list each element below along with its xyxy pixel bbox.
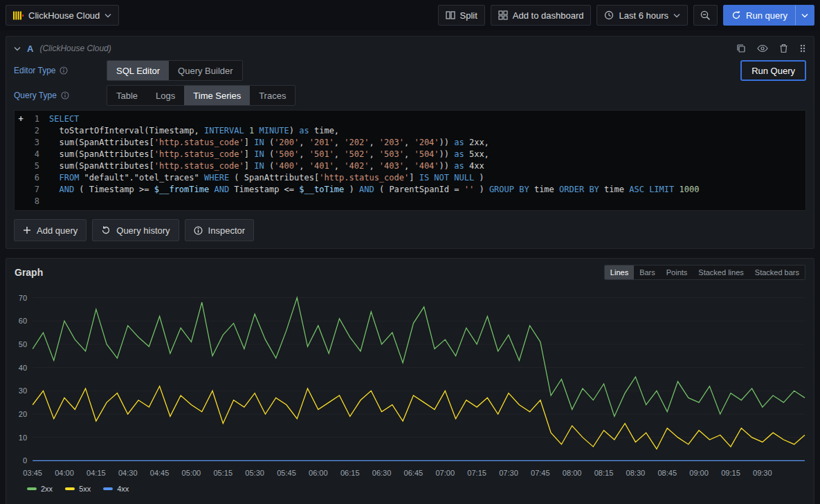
add-to-dashboard-label: Add to dashboard — [513, 10, 584, 21]
sql-code: sum(SpanAttributes['http.status_code'] I… — [49, 160, 484, 172]
svg-text:09:15: 09:15 — [721, 469, 740, 477]
legend-swatch-2xx — [27, 487, 37, 490]
zoom-out-icon — [700, 10, 711, 21]
line-number: 3 — [27, 137, 39, 149]
svg-text:04:15: 04:15 — [86, 469, 106, 477]
graph-mode-lines[interactable]: Lines — [605, 265, 634, 279]
editor-type-query-builder[interactable]: Query Builder — [169, 61, 242, 80]
graph-panel: Graph Lines Bars Points Stacked lines St… — [6, 258, 814, 504]
sql-line-2: 2 toStartOfInterval(Timestamp, INTERVAL … — [15, 125, 805, 137]
legend-item-4xx[interactable]: 4xx — [103, 485, 129, 493]
series-line-5xx — [33, 386, 805, 449]
duplicate-query-icon[interactable] — [736, 44, 746, 53]
gutter-spacer — [15, 149, 27, 160]
legend-item-2xx[interactable]: 2xx — [27, 485, 53, 493]
svg-text:10: 10 — [19, 433, 27, 442]
sql-line-1: +1SELECT — [15, 113, 805, 125]
run-query-button[interactable]: Run query — [724, 6, 795, 25]
svg-text:09:00: 09:00 — [689, 469, 709, 477]
run-query-caret[interactable] — [795, 6, 814, 25]
datasource-picker[interactable]: ClickHouse Cloud — [6, 5, 119, 26]
datasource-label: ClickHouse Cloud — [28, 10, 100, 21]
run-query-split-button: Run query — [723, 5, 814, 26]
query-ref-id[interactable]: A — [27, 44, 33, 54]
graph-mode-points[interactable]: Points — [661, 265, 693, 279]
sql-code: FROM "default"."otel_traces" WHERE ( Spa… — [49, 172, 484, 184]
legend-label-4xx: 4xx — [117, 485, 129, 493]
svg-text:50: 50 — [19, 340, 27, 348]
legend-label-5xx: 5xx — [79, 485, 91, 493]
editor-type-row: Editor Type SQL Editor Query Builder Run… — [6, 60, 814, 81]
add-line-icon[interactable]: + — [15, 113, 27, 125]
inspector-button[interactable]: Inspector — [185, 219, 254, 241]
chart-legend: 2xx5xx4xx — [6, 483, 814, 498]
graph-mode-bars[interactable]: Bars — [634, 265, 661, 279]
sql-code: SELECT — [49, 113, 79, 125]
zoom-out-button[interactable] — [693, 5, 718, 26]
line-number: 7 — [27, 184, 39, 196]
chevron-down-icon — [104, 13, 111, 18]
delete-query-trash-icon[interactable] — [779, 44, 788, 53]
split-icon — [446, 10, 455, 20]
hide-query-eye-icon[interactable] — [757, 44, 768, 53]
line-number: 8 — [27, 196, 39, 207]
dashboard-grid-icon — [498, 10, 508, 20]
svg-text:04:00: 04:00 — [55, 469, 74, 477]
info-icon — [194, 226, 203, 235]
query-type-logs[interactable]: Logs — [147, 86, 184, 105]
info-icon[interactable] — [60, 66, 68, 75]
add-query-label: Add query — [37, 225, 78, 236]
legend-item-5xx[interactable]: 5xx — [65, 485, 91, 493]
svg-text:08:30: 08:30 — [626, 469, 646, 477]
svg-text:40: 40 — [19, 364, 27, 372]
line-number: 1 — [27, 113, 39, 125]
query-type-row: Query Type Table Logs Time Series Traces — [6, 85, 814, 106]
timeseries-plot[interactable]: 01020304050607003:4504:0004:1504:3004:45… — [12, 283, 808, 483]
panel-run-query-button[interactable]: Run Query — [740, 60, 806, 81]
query-type-traces[interactable]: Traces — [250, 86, 295, 105]
sql-code: toStartOfInterval(Timestamp, INTERVAL 1 … — [49, 125, 339, 137]
chart-area: 01020304050607003:4504:0004:1504:3004:45… — [6, 281, 814, 483]
editor-type-label: Editor Type — [14, 66, 55, 75]
svg-text:07:45: 07:45 — [531, 469, 550, 477]
svg-text:03:45: 03:45 — [23, 469, 42, 477]
query-type-time-series[interactable]: Time Series — [184, 86, 250, 105]
line-number: 6 — [27, 172, 39, 184]
collapse-chevron-icon[interactable] — [14, 46, 21, 51]
graph-mode-stacked-lines[interactable]: Stacked lines — [693, 265, 749, 279]
query-type-label: Query Type — [14, 91, 57, 100]
add-to-dashboard-button[interactable]: Add to dashboard — [491, 5, 592, 26]
info-icon[interactable] — [61, 91, 69, 100]
gutter-spacer — [15, 172, 27, 184]
svg-text:0: 0 — [23, 456, 27, 465]
svg-text:30: 30 — [19, 386, 27, 395]
svg-text:06:00: 06:00 — [309, 469, 328, 477]
query-datasource-hint: (ClickHouse Cloud) — [39, 44, 111, 53]
sql-line-5: 5 sum(SpanAttributes['http.status_code']… — [15, 160, 805, 172]
query-history-button[interactable]: Query history — [92, 219, 179, 241]
svg-text:04:45: 04:45 — [150, 469, 170, 477]
drag-handle-icon[interactable] — [799, 44, 806, 53]
gutter-spacer — [15, 160, 27, 172]
query-row-header: A (ClickHouse Cloud) — [6, 37, 814, 60]
svg-text:06:15: 06:15 — [340, 469, 360, 477]
query-type-toggle: Table Logs Time Series Traces — [107, 85, 295, 106]
svg-text:04:30: 04:30 — [118, 469, 138, 477]
query-type-table[interactable]: Table — [107, 86, 147, 105]
add-query-button[interactable]: Add query — [14, 219, 86, 241]
sql-code-editor[interactable]: +1SELECT2 toStartOfInterval(Timestamp, I… — [14, 110, 806, 211]
editor-type-label-wrap: Editor Type — [14, 66, 107, 75]
svg-text:20: 20 — [19, 410, 27, 418]
line-number: 5 — [27, 160, 39, 172]
split-button[interactable]: Split — [438, 5, 485, 26]
gutter-spacer — [15, 196, 27, 207]
query-footer: Add query Query history Inspector — [6, 218, 814, 248]
graph-mode-stacked-bars[interactable]: Stacked bars — [749, 265, 805, 279]
sql-line-3: 3 sum(SpanAttributes['http.status_code']… — [15, 137, 805, 149]
time-range-picker[interactable]: Last 6 hours — [596, 5, 688, 26]
graph-style-toggle: Lines Bars Points Stacked lines Stacked … — [604, 265, 805, 280]
refresh-icon — [731, 10, 741, 20]
svg-text:09:30: 09:30 — [753, 469, 772, 477]
sql-code: AND ( Timestamp >= $__fromTime AND Times… — [49, 184, 699, 196]
editor-type-sql-editor[interactable]: SQL Editor — [107, 61, 169, 80]
